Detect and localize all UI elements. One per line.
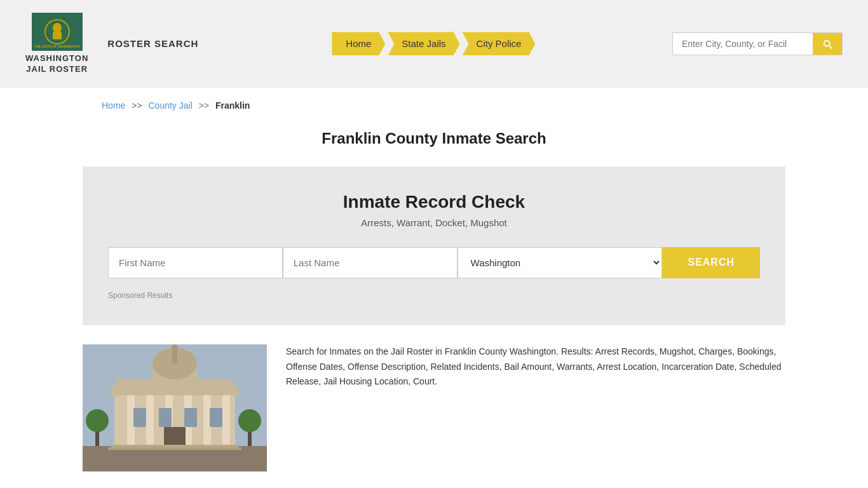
washington-flag-icon: THE STATE OF WASHINGTON [32, 13, 83, 51]
roster-search-label: ROSTER SEARCH [107, 38, 198, 49]
search-icon [822, 38, 833, 50]
header-search-button[interactable] [813, 33, 842, 55]
breadcrumb-home[interactable]: Home [102, 100, 125, 111]
first-name-input[interactable] [108, 247, 283, 278]
svg-rect-23 [210, 408, 222, 427]
building-image [83, 344, 267, 471]
inmate-search-subtitle: Arrests, Warrant, Docket, Mugshot [108, 217, 760, 228]
breadcrumb: Home >> County Jail >> Franklin [0, 88, 868, 123]
state-select[interactable]: AlabamaAlaskaArizonaArkansasCaliforniaCo… [458, 247, 663, 278]
logo-text: WASHINGTON JAIL ROSTER [25, 53, 88, 75]
header: THE STATE OF WASHINGTON WASHINGTON JAIL … [0, 0, 868, 88]
inmate-search-container: Inmate Record Check Arrests, Warrant, Do… [83, 166, 785, 325]
svg-text:THE STATE OF WASHINGTON: THE STATE OF WASHINGTON [34, 44, 80, 48]
svg-rect-25 [111, 445, 238, 447]
breadcrumb-sep2: >> [199, 100, 209, 111]
breadcrumb-county-jail[interactable]: County Jail [149, 100, 193, 111]
description-text: Search for Inmates on the Jail Roster in… [286, 344, 785, 471]
svg-rect-26 [108, 447, 241, 450]
svg-point-19 [172, 344, 178, 351]
last-name-input[interactable] [283, 247, 458, 278]
header-search-bar [672, 32, 843, 55]
courthouse-illustration [83, 344, 267, 471]
header-search-input[interactable] [673, 33, 813, 55]
svg-rect-4 [53, 32, 62, 39]
svg-rect-20 [133, 408, 146, 427]
svg-point-28 [86, 409, 109, 432]
nav-home[interactable]: Home [332, 32, 385, 55]
content-area: Search for Inmates on the Jail Roster in… [83, 344, 785, 471]
breadcrumb-sep1: >> [132, 100, 142, 111]
svg-point-30 [238, 409, 261, 432]
main-nav: Home State Jails City Police [332, 32, 535, 55]
svg-point-3 [53, 23, 62, 33]
svg-rect-22 [184, 408, 197, 427]
svg-rect-10 [146, 392, 154, 446]
breadcrumb-current: Franklin [215, 100, 250, 111]
nav-city-police[interactable]: City Police [463, 32, 536, 55]
nav-state-jails[interactable]: State Jails [388, 32, 459, 55]
svg-rect-24 [164, 427, 186, 446]
page-title: Franklin County Inmate Search [0, 130, 868, 147]
sponsored-label: Sponsored Results [108, 291, 760, 300]
logo-link[interactable]: THE STATE OF WASHINGTON WASHINGTON JAIL … [25, 13, 88, 75]
search-button[interactable]: SEARCH [662, 247, 760, 278]
inmate-search-fields: AlabamaAlaskaArizonaArkansasCaliforniaCo… [108, 247, 760, 278]
inmate-search-title: Inmate Record Check [108, 192, 760, 212]
svg-rect-21 [159, 408, 172, 427]
svg-rect-14 [222, 392, 230, 446]
